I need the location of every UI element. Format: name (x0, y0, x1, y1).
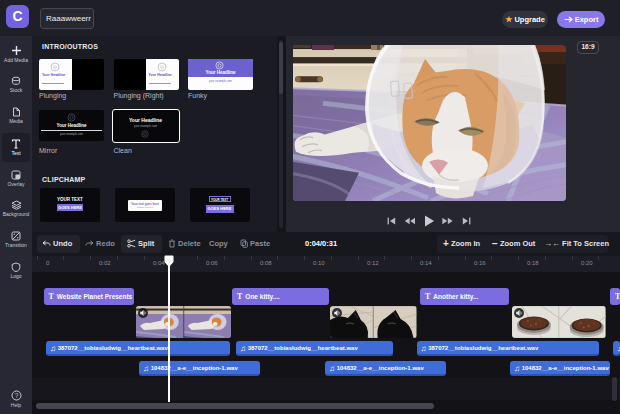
svg-text:?: ? (14, 392, 18, 399)
